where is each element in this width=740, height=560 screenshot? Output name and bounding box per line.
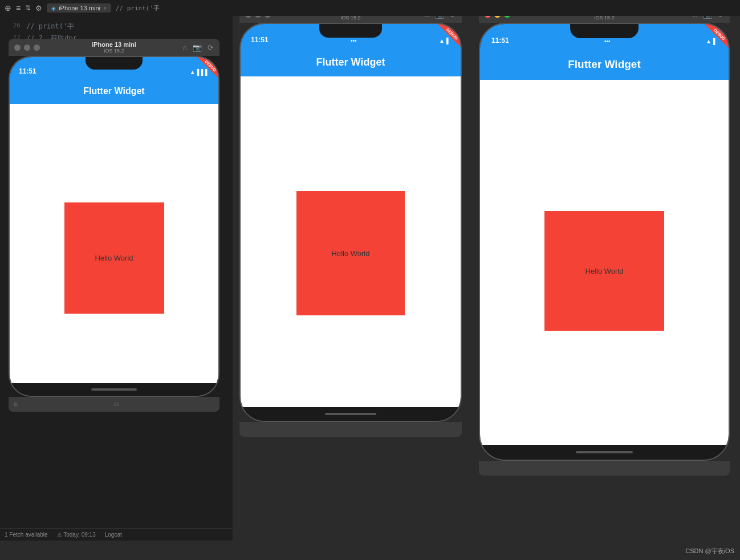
bottom-logcat: Logcat <box>105 531 122 538</box>
sim2-home-bar <box>325 413 376 415</box>
sim1-time: 11:51 <box>19 67 36 75</box>
tab-close[interactable]: × <box>103 5 107 11</box>
tune-icon: ⇅ <box>25 4 31 12</box>
sim2-notch <box>319 24 382 38</box>
editor-line: 26 // print('手 <box>0 21 233 33</box>
sim1-titlebar: iPhone 13 mini iOS 15.2 ⌂ 📷 ⟳ <box>9 39 219 56</box>
bottom-fetch: 1 Fetch available <box>5 531 48 538</box>
sim3-dots: ••• <box>604 38 611 44</box>
sim1-tl-yellow <box>24 44 30 51</box>
sim3-hello-box: Hello World <box>544 211 664 331</box>
sim1-debug-corner: DEBUG <box>190 57 218 86</box>
sim3-window: iPhone 13 Pro Max iOS 15.2 ⌂ 📷 ⟳ DEBUG 1… <box>479 6 730 476</box>
sim3-appbar-title: Flutter Widget <box>568 58 641 71</box>
sim1-appbar: Flutter Widget <box>10 79 218 104</box>
menu-bar: ⊕ ≡ ⇅ ⚙ ◈ iPhone 13 mini × // print('手 <box>0 0 740 16</box>
sim1-device-info: iPhone 13 mini iOS 15.2 <box>92 41 136 54</box>
sim2-frame: DEBUG 11:51 ••• ▲ ▌ Flutter Widget Hello… <box>239 23 462 422</box>
settings-icon: ⚙ <box>35 4 42 13</box>
sim1-ios-version: iOS 15.2 <box>92 48 136 54</box>
sim1-frame: DEBUG 11:51 ▲ ▌▌▌ Flutter Widget <box>9 56 219 397</box>
sim3-frame: DEBUG 11:51 ••• ▲ ▌ Flutter Widget Hello… <box>479 23 730 461</box>
sim3-hello-text: Hello World <box>586 267 624 275</box>
editor-bottom-bar: 1 Fetch available ⚠ Today, 09:13 Logcat <box>0 528 233 541</box>
tab-filename: iPhone 13 mini <box>59 5 100 11</box>
sim3-appbar: Flutter Widget <box>480 49 729 80</box>
sim2-home-indicator <box>241 407 461 421</box>
sim1-hello-text: Hello World <box>95 254 133 262</box>
sim1-tl-green <box>34 44 40 51</box>
sim2-debug-banner: DEBUG <box>438 24 461 48</box>
line-num: 26 <box>5 22 21 31</box>
sim3-notch <box>570 24 639 38</box>
line-content: // print('手 <box>26 22 74 31</box>
file-tab[interactable]: ◈ iPhone 13 mini × <box>47 3 111 13</box>
sim1-home-indicator <box>10 383 218 396</box>
sim1-bottom-text: ⚙ <box>13 401 18 408</box>
sim1-bottom-bar: ⚙ 26 <box>9 397 219 412</box>
sim1-home-bar <box>91 388 137 391</box>
sim1-bottom-info: 26 <box>113 401 119 407</box>
sim1-window: iPhone 13 mini iOS 15.2 ⌂ 📷 ⟳ DEBUG <box>9 39 219 412</box>
sim2-bottom-bar <box>239 422 462 437</box>
sim2-appbar: Flutter Widget <box>241 48 461 76</box>
sim3-debug-banner: DEBUG <box>705 24 729 49</box>
sim2-window: iPhone 13 Pro iOS 15.2 ⌂ 📷 ⟳ DEBUG 11:51… <box>239 6 462 437</box>
sim1-hello-box: Hello World <box>64 202 164 314</box>
sim1-debug-banner: DEBUG <box>197 57 218 79</box>
sim1-notch <box>86 57 143 70</box>
sim3-bottom-bar <box>479 461 730 476</box>
sim2-body: Hello World <box>241 76 461 407</box>
sim1-traffic-lights <box>14 44 40 51</box>
sim2-dots: ••• <box>351 38 357 44</box>
sim2-hello-text: Hello World <box>332 249 370 258</box>
sim1-body: Hello World <box>10 104 218 383</box>
sim1-home-icon[interactable]: ⌂ <box>182 43 187 52</box>
sim2-time: 11:51 <box>251 36 269 44</box>
sim1-rotate-icon[interactable]: ⟳ <box>208 43 214 52</box>
globe-icon: ⊕ <box>5 3 11 13</box>
sim3-home-indicator <box>480 445 729 460</box>
sim3-home-bar <box>576 451 633 453</box>
sim2-debug-corner: DEBUG <box>429 24 461 55</box>
list-icon: ≡ <box>16 3 21 13</box>
editor-panel: 26 // print('手 27 // ?. 获取dpr 28 // ?. <box>0 16 233 541</box>
sim1-camera-icon[interactable]: 📷 <box>193 43 202 52</box>
dart-file-icon: ◈ <box>51 5 56 11</box>
sim1-title-icons: ⌂ 📷 ⟳ <box>182 43 214 52</box>
desktop-bg: ⊕ ≡ ⇅ ⚙ ◈ iPhone 13 mini × // print('手 2… <box>0 0 740 560</box>
sim1-tl-red <box>14 44 21 51</box>
code-snippet: // print('手 <box>116 4 160 13</box>
sim3-time: 11:51 <box>491 36 509 44</box>
sim1-device-name: iPhone 13 mini <box>92 41 136 48</box>
sim3-debug-corner: DEBUG <box>696 24 729 57</box>
sim3-body: Hello World <box>480 80 729 445</box>
bottom-warn: ⚠ Today, 09:13 <box>57 531 96 538</box>
csdn-watermark: CSDN @宇夜iOS <box>685 547 734 555</box>
sim2-hello-box: Hello World <box>296 191 405 315</box>
sim1-appbar-title: Flutter Widget <box>83 86 144 96</box>
sim2-appbar-title: Flutter Widget <box>316 56 385 68</box>
